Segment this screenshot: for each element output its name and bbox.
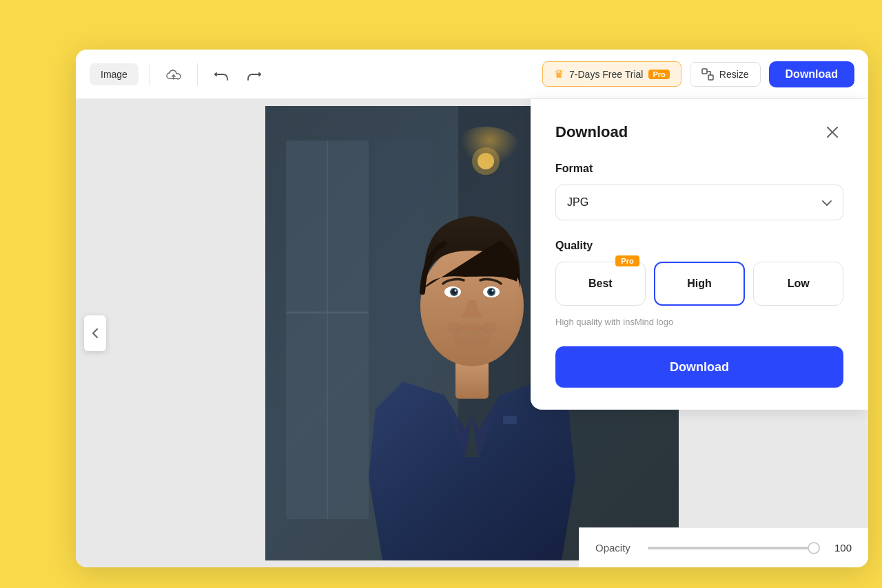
toolbar-divider bbox=[150, 63, 150, 85]
opacity-thumb bbox=[808, 542, 820, 554]
pro-badge: Pro bbox=[648, 70, 669, 79]
chevron-down-icon bbox=[822, 197, 832, 208]
download-modal-button[interactable]: Download bbox=[555, 346, 843, 388]
modal-title: Download bbox=[555, 123, 628, 141]
opacity-label: Opacity bbox=[595, 542, 637, 554]
undo-btn[interactable] bbox=[209, 62, 234, 87]
quality-high-btn[interactable]: High bbox=[654, 262, 746, 306]
opacity-slider-fill bbox=[648, 547, 812, 549]
chevron-left-icon bbox=[92, 328, 98, 338]
opacity-row: Opacity 100 bbox=[595, 542, 852, 554]
modal-close-button[interactable] bbox=[821, 121, 843, 143]
resize-icon bbox=[701, 68, 714, 81]
format-dropdown[interactable]: JPG bbox=[555, 185, 843, 220]
quality-high-label: High bbox=[687, 277, 712, 290]
download-header-button[interactable]: Download bbox=[769, 61, 854, 87]
app-container: Image ♛ 7-Days Free Trial bbox=[76, 50, 868, 567]
opacity-slider[interactable] bbox=[648, 547, 820, 549]
redo-btn[interactable] bbox=[242, 62, 267, 87]
quality-low-btn[interactable]: Low bbox=[753, 262, 843, 306]
redo-icon bbox=[247, 68, 261, 81]
prev-arrow[interactable] bbox=[84, 315, 106, 351]
pro-tag: Pro bbox=[615, 255, 639, 266]
trial-button[interactable]: ♛ 7-Days Free Trial Pro bbox=[542, 61, 681, 87]
quality-best-btn[interactable]: Pro Best bbox=[555, 262, 646, 306]
resize-label: Resize bbox=[719, 69, 749, 80]
opacity-value: 100 bbox=[831, 542, 852, 554]
quality-hint: High quality with insMind logo bbox=[555, 317, 843, 327]
cloud-icon-btn[interactable] bbox=[161, 62, 186, 87]
svg-point-22 bbox=[492, 290, 494, 292]
svg-point-11 bbox=[444, 127, 527, 196]
download-modal: Download Format JPG Quality bbox=[531, 99, 868, 410]
svg-rect-13 bbox=[455, 361, 489, 399]
svg-rect-1 bbox=[708, 75, 713, 80]
quality-options: Pro Best High Low bbox=[555, 262, 843, 306]
svg-point-21 bbox=[455, 290, 457, 292]
resize-button[interactable]: Resize bbox=[690, 62, 761, 87]
quality-best-label: Best bbox=[588, 277, 613, 290]
svg-rect-12 bbox=[503, 416, 517, 424]
close-icon bbox=[827, 127, 838, 138]
cloud-icon bbox=[166, 67, 181, 81]
opacity-section: Opacity 100 bbox=[579, 527, 868, 567]
svg-point-25 bbox=[481, 322, 498, 333]
modal-header: Download bbox=[555, 121, 843, 143]
quality-low-label: Low bbox=[788, 277, 810, 290]
svg-rect-0 bbox=[702, 69, 707, 74]
svg-point-24 bbox=[447, 322, 463, 333]
content-area: Download Format JPG Quality bbox=[76, 99, 868, 567]
trial-text: 7-Days Free Trial bbox=[569, 69, 643, 80]
format-label: Format bbox=[555, 162, 843, 175]
image-tab[interactable]: Image bbox=[90, 63, 139, 85]
crown-icon: ♛ bbox=[554, 67, 564, 81]
toolbar-divider-2 bbox=[197, 63, 198, 85]
toolbar: Image ♛ 7-Days Free Trial bbox=[76, 50, 868, 99]
undo-icon bbox=[214, 68, 228, 81]
quality-label: Quality bbox=[555, 240, 843, 252]
format-value: JPG bbox=[567, 196, 588, 209]
